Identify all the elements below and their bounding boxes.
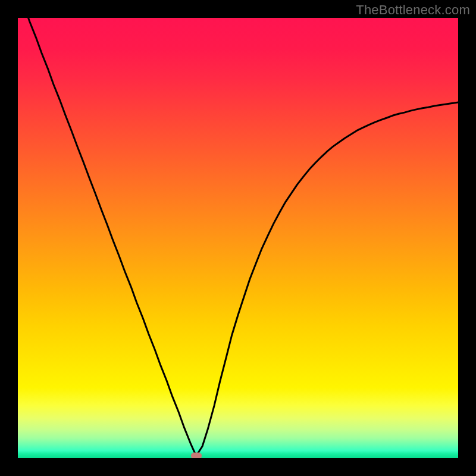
optimal-point-marker — [191, 453, 202, 458]
chart-container: TheBottleneck.com — [0, 0, 476, 476]
plot-area — [18, 18, 458, 458]
bottleneck-curve — [18, 18, 458, 458]
watermark-text: TheBottleneck.com — [356, 2, 470, 18]
